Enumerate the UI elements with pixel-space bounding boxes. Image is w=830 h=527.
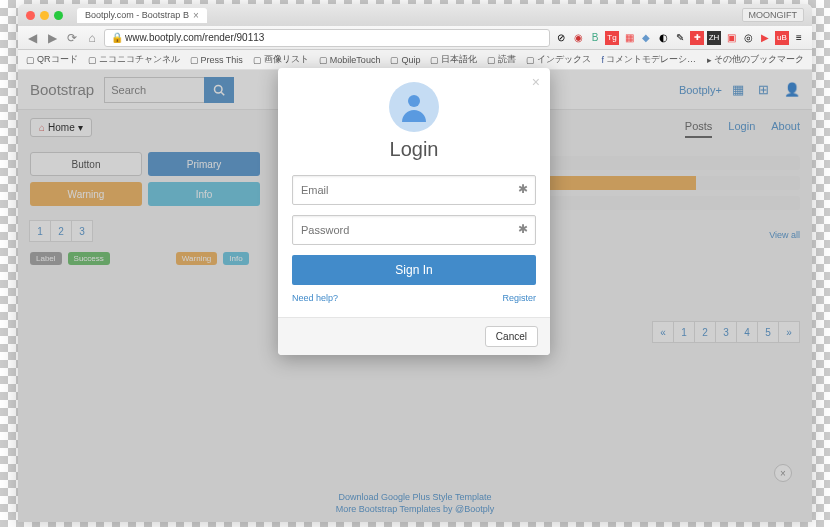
login-modal: × Login ✱ ✱ Sign In Need help? Register … bbox=[278, 68, 550, 355]
sign-in-button[interactable]: Sign In bbox=[292, 255, 536, 285]
avatar-icon bbox=[389, 82, 439, 132]
bookmark-item[interactable]: ▢ Quip bbox=[390, 55, 420, 65]
bookmark-item[interactable]: ▢ 読書 bbox=[487, 53, 516, 66]
ext-icon[interactable]: ▦ bbox=[622, 31, 636, 45]
window-controls bbox=[26, 11, 63, 20]
back-icon[interactable]: ◀ bbox=[24, 30, 40, 46]
ext-icon[interactable]: ⊘ bbox=[554, 31, 568, 45]
register-link[interactable]: Register bbox=[502, 293, 536, 303]
modal-title: Login bbox=[292, 138, 536, 161]
forward-icon[interactable]: ▶ bbox=[44, 30, 60, 46]
reload-icon[interactable]: ⟳ bbox=[64, 30, 80, 46]
ext-icon[interactable]: ◎ bbox=[741, 31, 755, 45]
ext-icon[interactable]: B bbox=[588, 31, 602, 45]
password-field[interactable] bbox=[292, 215, 536, 245]
extension-icons: ⊘ ◉ B Tg ▦ ◆ ◐ ✎ ✚ ZH ▣ ◎ ▶ uB ≡ bbox=[554, 31, 806, 45]
email-field[interactable] bbox=[292, 175, 536, 205]
url-input[interactable]: 🔒 www.bootply.com/render/90113 bbox=[104, 29, 550, 47]
ext-icon[interactable]: ◆ bbox=[639, 31, 653, 45]
bookmark-item[interactable]: ▢ QRコード bbox=[26, 53, 78, 66]
ext-icon[interactable]: uB bbox=[775, 31, 789, 45]
bookmark-item[interactable]: ▢ 画像リスト bbox=[253, 53, 309, 66]
bookmark-item[interactable]: ▢ MobileTouch bbox=[319, 55, 381, 65]
ext-icon[interactable]: ✎ bbox=[673, 31, 687, 45]
ext-icon[interactable]: ◐ bbox=[656, 31, 670, 45]
tab-close-icon[interactable]: × bbox=[193, 10, 199, 21]
bookmark-item[interactable]: f コメントモデレーシ… bbox=[601, 53, 696, 66]
required-icon: ✱ bbox=[518, 222, 528, 236]
bookmark-item[interactable]: ▢ ニコニコチャンネル bbox=[88, 53, 180, 66]
tab-title: Bootply.com - Bootstrap B bbox=[85, 10, 189, 20]
url-text: www.bootply.com/render/90113 bbox=[125, 32, 264, 43]
cancel-button[interactable]: Cancel bbox=[485, 326, 538, 347]
ext-icon[interactable]: ▶ bbox=[758, 31, 772, 45]
window-close-icon[interactable] bbox=[26, 11, 35, 20]
bookmark-bar: ▢ QRコード ▢ ニコニコチャンネル ▢ Press This ▢ 画像リスト… bbox=[18, 50, 812, 70]
ext-icon[interactable]: Tg bbox=[605, 31, 619, 45]
ext-icon[interactable]: ✚ bbox=[690, 31, 704, 45]
browser-window: Bootply.com - Bootstrap B × MOONGIFT ◀ ▶… bbox=[18, 4, 812, 522]
window-minimize-icon[interactable] bbox=[40, 11, 49, 20]
required-icon: ✱ bbox=[518, 182, 528, 196]
bookmark-item[interactable]: ▢ インデックス bbox=[526, 53, 591, 66]
bookmark-other[interactable]: ▸ その他のブックマーク bbox=[707, 53, 804, 66]
tab-bar: Bootply.com - Bootstrap B × MOONGIFT bbox=[18, 4, 812, 26]
svg-point-2 bbox=[408, 95, 420, 107]
home-icon[interactable]: ⌂ bbox=[84, 30, 100, 46]
bookmark-item[interactable]: ▢ 日本語化 bbox=[430, 53, 477, 66]
window-label: MOONGIFT bbox=[742, 8, 805, 22]
address-bar: ◀ ▶ ⟳ ⌂ 🔒 www.bootply.com/render/90113 ⊘… bbox=[18, 26, 812, 50]
bookmark-item[interactable]: ▢ Press This bbox=[190, 55, 243, 65]
ext-icon[interactable]: ▣ bbox=[724, 31, 738, 45]
modal-close-icon[interactable]: × bbox=[532, 74, 540, 90]
ext-icon[interactable]: ZH bbox=[707, 31, 721, 45]
browser-tab[interactable]: Bootply.com - Bootstrap B × bbox=[77, 8, 207, 23]
menu-icon[interactable]: ≡ bbox=[792, 31, 806, 45]
need-help-link[interactable]: Need help? bbox=[292, 293, 338, 303]
ext-icon[interactable]: ◉ bbox=[571, 31, 585, 45]
window-maximize-icon[interactable] bbox=[54, 11, 63, 20]
